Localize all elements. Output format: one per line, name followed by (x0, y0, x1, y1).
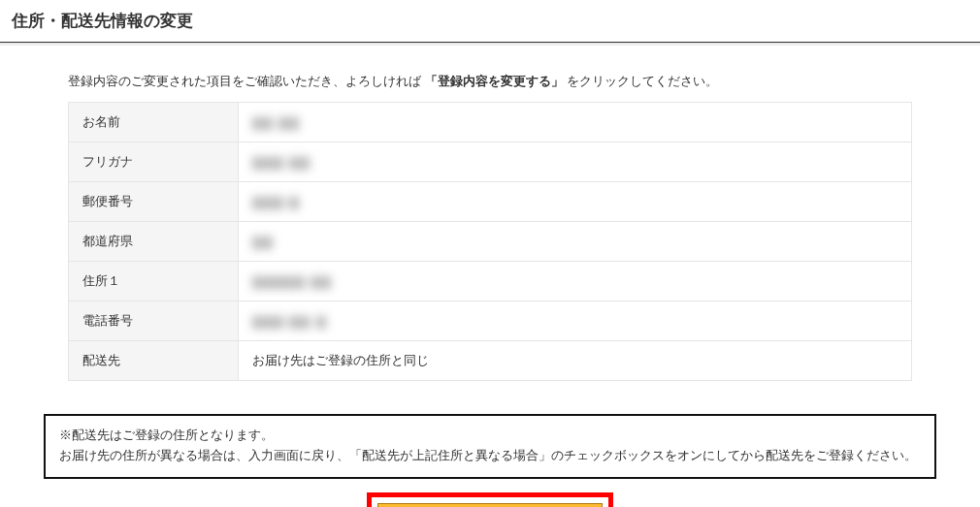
note-line-1: ※配送先はご登録の住所となります。 (59, 426, 921, 446)
value-address1: ▇▇▇▇▇ ▇▇ (239, 262, 912, 301)
note-line-2: お届け先の住所が異なる場合は、入力画面に戻り、「配送先が上記住所と異なる場合」の… (59, 446, 921, 466)
page-title: 住所・配送先情報の変更 (0, 0, 980, 43)
instruction-bold: 「登録内容を変更する」 (425, 74, 564, 88)
value-postal: ▇▇▇‑▇ (239, 182, 912, 222)
instruction-text: 登録内容のご変更された項目をご確認いただき、よろしければ 「登録内容を変更する」… (68, 73, 912, 90)
button-area: 登録内容を変更する (44, 492, 936, 508)
table-row: お名前 ▇▇ ▇▇ (69, 103, 912, 143)
label-address1: 住所１ (69, 262, 239, 301)
value-name: ▇▇ ▇▇ (239, 103, 912, 143)
label-prefecture: 都道府県 (69, 222, 239, 262)
label-shipping: 配送先 (69, 341, 239, 381)
title-separator (0, 43, 980, 46)
value-phone: ▇▇▇‑▇▇‑▇ (239, 301, 912, 341)
value-prefecture: ▇▇ (239, 222, 912, 262)
table-row: 郵便番号 ▇▇▇‑▇ (69, 182, 912, 222)
info-table: お名前 ▇▇ ▇▇ フリガナ ▇▇▇ ▇▇ 郵便番号 ▇▇▇‑▇ 都道府県 ▇▇… (68, 102, 912, 381)
submit-button[interactable]: 登録内容を変更する (377, 503, 603, 508)
table-row: フリガナ ▇▇▇ ▇▇ (69, 143, 912, 182)
table-row: 配送先 お届け先はご登録の住所と同じ (69, 341, 912, 381)
instruction-suffix: をクリックしてください。 (567, 74, 718, 88)
table-row: 都道府県 ▇▇ (69, 222, 912, 262)
table-row: 住所１ ▇▇▇▇▇ ▇▇ (69, 262, 912, 301)
value-shipping: お届け先はご登録の住所と同じ (239, 341, 912, 381)
instruction-prefix: 登録内容のご変更された項目をご確認いただき、よろしければ (68, 74, 421, 88)
note-box: ※配送先はご登録の住所となります。 お届け先の住所が異なる場合は、入力画面に戻り… (44, 414, 936, 479)
page-title-text: 住所・配送先情報の変更 (12, 12, 193, 30)
highlight-frame: 登録内容を変更する (367, 492, 613, 508)
label-postal: 郵便番号 (69, 182, 239, 222)
label-furigana: フリガナ (69, 143, 239, 182)
table-row: 電話番号 ▇▇▇‑▇▇‑▇ (69, 301, 912, 341)
value-furigana: ▇▇▇ ▇▇ (239, 143, 912, 182)
label-name: お名前 (69, 103, 239, 143)
label-phone: 電話番号 (69, 301, 239, 341)
